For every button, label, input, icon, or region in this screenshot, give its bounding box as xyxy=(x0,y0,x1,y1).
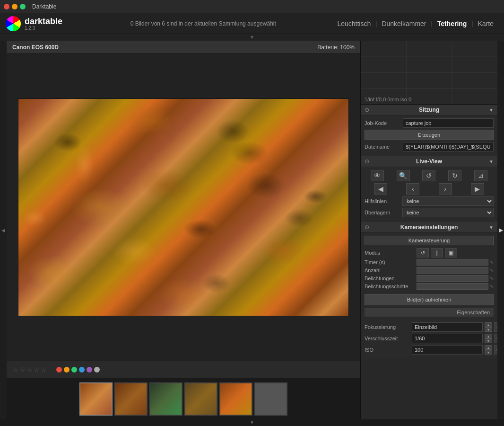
liveview-section-header[interactable]: ⊙ Live-View ▼ xyxy=(361,156,497,167)
belichtungen-slider[interactable] xyxy=(417,275,488,282)
bottom-arrow[interactable]: ▼ xyxy=(0,419,504,426)
fokussierung-up-btn[interactable]: ▲ xyxy=(485,322,492,327)
mode-auto-icon[interactable]: ↺ xyxy=(417,248,429,257)
liveview-icon: ⊙ xyxy=(365,158,369,165)
color-dot-gray[interactable] xyxy=(94,367,100,373)
verschlusszeit-label: Verschlusszeit xyxy=(365,336,412,341)
battery-info: Batterie: 100% xyxy=(317,44,355,51)
maximize-button[interactable] xyxy=(20,4,26,9)
liveview-eye-btn[interactable]: 👁 xyxy=(371,170,384,181)
timer-edit-icon[interactable]: ✎ xyxy=(490,260,494,265)
star-2[interactable]: ☆ xyxy=(19,366,26,373)
right-panel-toggle[interactable]: ▶ xyxy=(497,41,504,419)
star-5[interactable]: ☆ xyxy=(41,366,47,373)
camera-settings-header-left: ⊙ xyxy=(365,224,369,231)
fokussierung-down-btn[interactable]: ▼ xyxy=(485,327,492,332)
fokussierung-input[interactable] xyxy=(412,322,483,332)
star-rating[interactable]: ☆ ☆ ☆ ☆ ☆ xyxy=(12,366,47,373)
anzahl-edit-icon[interactable]: ✎ xyxy=(490,268,494,273)
capture-button[interactable]: Bild(er) aufnehmen xyxy=(365,294,494,305)
iso-eye-icon[interactable]: 👁 xyxy=(494,345,497,355)
anzahl-slider[interactable] xyxy=(417,267,488,274)
nav-dunkelkammer[interactable]: Dunkelkammer xyxy=(377,20,431,27)
star-3[interactable]: ☆ xyxy=(26,366,33,373)
timer-slider[interactable] xyxy=(417,259,488,266)
camera-settings-body: Kamerasteuerung Modus ↺ ∥ ▣ Timer (s) xyxy=(361,233,497,320)
liveview-rotate-cw-btn[interactable]: ↻ xyxy=(448,170,461,181)
logo-text-block: darktable 1.2.3 xyxy=(25,17,62,31)
uberlagern-row: Überlagern keine xyxy=(365,208,494,217)
star-4[interactable]: ☆ xyxy=(34,366,40,373)
verschlusszeit-input[interactable] xyxy=(412,334,483,343)
liveview-right-btn[interactable]: ▶ xyxy=(471,183,484,195)
logo-version: 1.2.3 xyxy=(25,26,62,31)
header-info: 0 Bilder von 6 sind in der aktuellen Sam… xyxy=(74,20,332,27)
liveview-left-btn[interactable]: ◀ xyxy=(374,183,387,195)
properties-body: Fokussierung ▲ ▼ 👁 Verschlusszeit ▲ xyxy=(361,320,497,359)
iso-down-btn[interactable]: ▼ xyxy=(485,350,492,355)
color-dot-purple[interactable] xyxy=(87,367,92,373)
nav-karte[interactable]: Karte xyxy=(473,20,498,27)
job-input[interactable] xyxy=(403,118,494,128)
top-arrow[interactable]: ▼ xyxy=(0,34,504,41)
anzahl-label: Anzahl xyxy=(365,267,417,273)
image-container xyxy=(7,54,360,361)
nav-leuchttisch[interactable]: Leuchttisch xyxy=(332,20,375,27)
color-dot-orange[interactable] xyxy=(64,367,70,373)
header: darktable 1.2.3 0 Bilder von 6 sind in d… xyxy=(0,13,504,34)
session-section-header[interactable]: ⊙ Sitzung ▼ xyxy=(361,105,497,115)
belichtungen-label: Belichtungen xyxy=(365,275,417,281)
left-panel-toggle[interactable]: ◀ xyxy=(0,41,7,419)
hilfslinien-select[interactable]: keine xyxy=(402,196,494,206)
job-row: Job-Kode xyxy=(365,118,494,128)
dateiname-input[interactable] xyxy=(403,142,494,151)
filmstrip xyxy=(7,378,360,419)
star-1[interactable]: ☆ xyxy=(12,366,18,373)
iso-up-btn[interactable]: ▲ xyxy=(485,345,492,350)
uberlagern-select-wrapper: keine xyxy=(402,208,494,217)
histogram-area: 1/inf f/0,0 0mm iso 0 xyxy=(361,41,497,105)
liveview-focus-btn[interactable]: ⊿ xyxy=(474,170,487,181)
hilfslinien-select-wrapper: keine xyxy=(402,196,494,206)
filmstrip-thumb-1[interactable] xyxy=(79,382,113,416)
filmstrip-thumb-2[interactable] xyxy=(114,382,148,416)
create-button[interactable]: Erzeugen xyxy=(365,130,494,140)
camera-name: Canon EOS 600D xyxy=(12,44,59,51)
titlebar: Darktable xyxy=(0,0,504,13)
session-title: Sitzung xyxy=(419,106,439,113)
verschlusszeit-eye-icon[interactable]: 👁 xyxy=(494,334,497,343)
logo-name: darktable xyxy=(25,17,62,26)
minimize-button[interactable] xyxy=(12,4,17,9)
filmstrip-thumb-3[interactable] xyxy=(149,382,182,416)
fokussierung-eye-icon[interactable]: 👁 xyxy=(494,322,497,332)
right-panel-arrow-icon: ▶ xyxy=(499,227,503,233)
iso-input[interactable] xyxy=(412,345,483,355)
liveview-zoom-btn[interactable]: 🔍 xyxy=(397,170,410,181)
belichtungsschritte-slider[interactable] xyxy=(417,283,488,290)
belichtungen-edit-icon[interactable]: ✎ xyxy=(490,276,494,281)
kamerasteuerung-button[interactable]: Kamerasteuerung xyxy=(365,236,494,245)
iso-control: ▲ ▼ 👁 xyxy=(412,345,497,355)
fokussierung-label: Fokussierung xyxy=(365,324,412,330)
nav-tethering[interactable]: Tethering xyxy=(433,20,472,27)
color-dot-green[interactable] xyxy=(71,367,77,373)
hilfslinien-row: Hilfslinien keine xyxy=(365,196,494,206)
verschlusszeit-up-btn[interactable]: ▲ xyxy=(485,334,492,338)
camera-settings-section-header[interactable]: ⊙ Kameraeinstellungen ▼ xyxy=(361,222,497,233)
uberlagern-select[interactable]: keine xyxy=(402,208,494,217)
color-dot-blue[interactable] xyxy=(79,367,85,373)
liveview-next-btn[interactable]: › xyxy=(439,183,452,195)
liveview-rotate-ccw-btn[interactable]: ↺ xyxy=(422,170,435,181)
mode-manual-icon[interactable]: ∥ xyxy=(431,248,443,257)
filmstrip-thumb-4[interactable] xyxy=(184,382,217,416)
mode-timer-icon[interactable]: ▣ xyxy=(445,248,457,257)
liveview-prev-btn[interactable]: ‹ xyxy=(406,183,419,195)
close-button[interactable] xyxy=(4,4,9,9)
iso-spinners: ▲ ▼ xyxy=(485,345,492,355)
filmstrip-thumb-5[interactable] xyxy=(219,382,252,416)
belichtungsschritte-edit-icon[interactable]: ✎ xyxy=(490,284,494,289)
filmstrip-thumb-6[interactable] xyxy=(254,382,287,416)
histogram-canvas: 1/inf f/0,0 0mm iso 0 xyxy=(361,41,497,104)
color-dot-red[interactable] xyxy=(56,367,62,373)
verschlusszeit-down-btn[interactable]: ▼ xyxy=(485,338,492,343)
